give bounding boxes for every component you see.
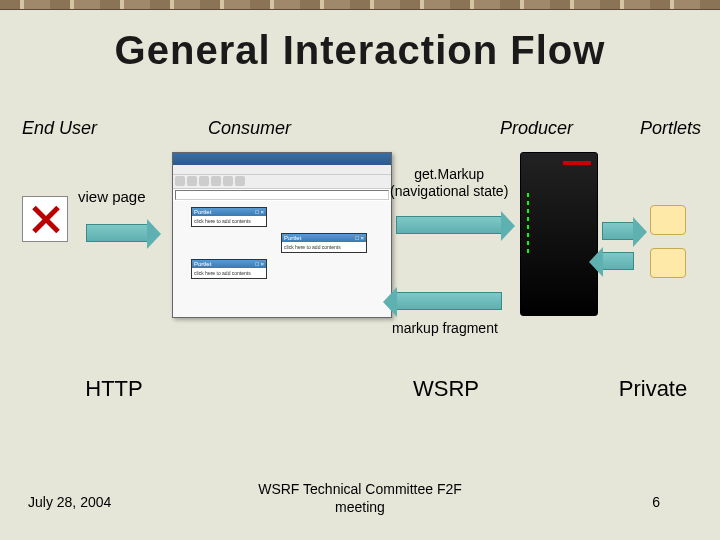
- protocol-private-label: Private: [608, 376, 698, 402]
- browser-content: Portlet□ × click here to add contents Po…: [173, 201, 391, 317]
- portlet-window: Portlet□ × click here to add contents: [281, 233, 367, 253]
- portlet-window: Portlet□ × click here to add contents: [191, 259, 267, 279]
- portlet-body: click here to add contents: [282, 242, 366, 252]
- footer-date: July 28, 2004: [28, 494, 111, 510]
- portlet-body: click here to add contents: [192, 216, 266, 226]
- markup-fragment-label: markup fragment: [392, 320, 498, 336]
- view-page-label: view page: [78, 188, 146, 205]
- column-header-enduser: End User: [22, 118, 97, 139]
- portlet-title: Portlet: [194, 261, 211, 267]
- portlet-window: Portlet□ × click here to add contents: [191, 207, 267, 227]
- portlet-title: Portlet: [284, 235, 301, 241]
- browser-titlebar: [173, 153, 391, 165]
- arrow-producer-to-portlet: [602, 222, 634, 240]
- get-markup-label: get.Markup (navigational state): [390, 166, 508, 200]
- footer-page-number: 6: [652, 494, 660, 510]
- get-markup-line2: (navigational state): [390, 183, 508, 200]
- page-title: General Interaction Flow: [0, 28, 720, 73]
- portlet-instance-icon: [650, 205, 686, 235]
- footer-center-line2: meeting: [258, 499, 462, 517]
- consumer-browser-window: Portlet□ × click here to add contents Po…: [172, 152, 392, 318]
- footer-center: WSRF Technical Committee F2F meeting: [258, 481, 462, 516]
- portlet-title: Portlet: [194, 209, 211, 215]
- producer-server-icon: [520, 152, 598, 316]
- enduser-placeholder-icon: [22, 196, 68, 242]
- arrow-enduser-to-consumer: [86, 224, 148, 242]
- portlet-body: click here to add contents: [192, 268, 266, 278]
- browser-toolbar: [173, 175, 391, 189]
- browser-menubar: [173, 165, 391, 175]
- portlet-instance-icon: [650, 248, 686, 278]
- browser-addressbar: [175, 190, 389, 200]
- protocol-http-label: HTTP: [74, 376, 154, 402]
- decorative-top-border: [0, 0, 720, 10]
- arrow-consumer-to-producer: [396, 216, 502, 234]
- protocol-wsrp-label: WSRP: [396, 376, 496, 402]
- get-markup-line1: get.Markup: [390, 166, 508, 183]
- column-header-consumer: Consumer: [208, 118, 291, 139]
- arrow-portlet-to-producer: [602, 252, 634, 270]
- column-header-portlets: Portlets: [640, 118, 701, 139]
- column-header-producer: Producer: [500, 118, 573, 139]
- arrow-producer-to-consumer: [396, 292, 502, 310]
- footer-center-line1: WSRF Technical Committee F2F: [258, 481, 462, 499]
